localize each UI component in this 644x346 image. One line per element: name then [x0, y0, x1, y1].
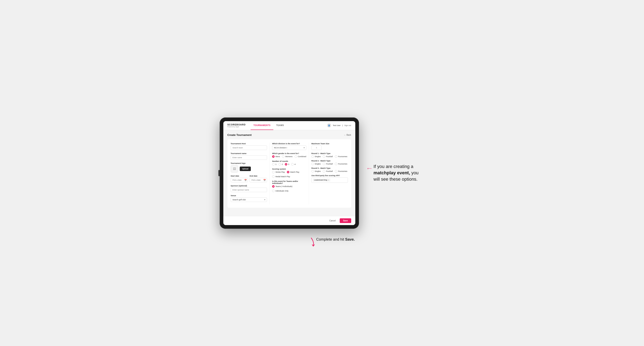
round1-match-type-section: Round 1 - Match Type Singles Fourball	[312, 153, 348, 158]
calendar-icon-start: 📅	[244, 179, 247, 181]
round3-foursomes[interactable]: Foursomes	[335, 170, 347, 173]
tab-tournaments[interactable]: TOURNAMENTS	[250, 121, 273, 130]
right-annotation-text: If you are creating a matchplay event, y…	[374, 164, 424, 182]
api-tag: Leaderboard King ×	[313, 179, 330, 181]
form-col-3: Maximum Team Size Round 1 - Match Type S…	[309, 143, 348, 204]
gender-combined-label: Combined	[298, 156, 306, 158]
radio-round1-singles-circle	[312, 155, 314, 158]
navbar: SCOREBOARD Powered by clippit TOURNAMENT…	[223, 121, 355, 130]
round3-match-type-group: Singles Fourball Foursomes	[312, 170, 348, 173]
gender-label: Which gender is the event for?	[272, 153, 306, 155]
rounds-group: Number of rounds 1 2	[272, 160, 306, 166]
separator: |	[342, 124, 342, 127]
round1-foursomes[interactable]: Foursomes	[335, 155, 347, 158]
bottom-annotation-bold: Save.	[345, 237, 355, 241]
radio-rounds-3-circle	[285, 163, 287, 166]
teams-plus-label: Teams (+Individuals)	[276, 185, 292, 187]
division-select-wrapper: NCAA Division I	[272, 146, 306, 150]
api-tag-remove[interactable]: ×	[328, 179, 329, 181]
rounds-4[interactable]: 4	[291, 163, 296, 166]
logo-text: SCOREBOARD	[228, 124, 246, 126]
gender-womens[interactable]: Womens	[282, 155, 292, 158]
avatar: 👤	[327, 123, 331, 128]
round1-match-type-group: Singles Fourball Foursomes	[312, 155, 348, 158]
form-col-2: Which division is the event for? NCAA Di…	[270, 143, 309, 204]
api-tag-value: Leaderboard King	[314, 179, 327, 181]
cancel-button[interactable]: Cancel	[327, 218, 338, 223]
nav-right: 👤 Test User | Sign out	[327, 123, 351, 128]
round3-singles[interactable]: Singles	[312, 170, 321, 173]
teams-radio-group: Teams (+Individuals) Individuals Only	[272, 185, 306, 192]
individuals-only-label: Individuals Only	[276, 190, 288, 192]
teams-group: Is this event for Teams and/or Individua…	[272, 180, 306, 192]
radio-match-play-circle	[287, 171, 289, 173]
radio-womens-circle	[282, 155, 284, 158]
round3-fourball[interactable]: Fourball	[323, 170, 333, 173]
radio-combined-circle	[295, 155, 297, 158]
rounds-4-label: 4	[294, 163, 296, 165]
logo-sub: Powered by clippit	[228, 126, 246, 128]
tournament-name-group: Tournament name	[231, 153, 267, 160]
start-date-label: Start date	[231, 175, 248, 177]
sign-out-link[interactable]: Sign out	[344, 124, 351, 127]
end-date-wrapper: 📅	[250, 178, 267, 182]
tournament-host-group: Tournament Host	[231, 143, 267, 150]
scoring-group: Scoring system Stroke Play Match Play	[272, 168, 306, 178]
round2-singles[interactable]: Singles	[312, 163, 321, 165]
round1-foursomes-label: Foursomes	[338, 156, 347, 158]
round2-foursomes-label: Foursomes	[338, 163, 347, 165]
max-team-size-input[interactable]	[312, 146, 322, 150]
radio-round2-foursomes-circle	[335, 163, 337, 165]
form-col-1: Tournament Host Tournament name Tourname…	[231, 143, 270, 204]
scoring-stroke-play[interactable]: Stroke Play	[272, 171, 285, 173]
tab-teams[interactable]: TEAMS	[273, 121, 287, 130]
app-logo: SCOREBOARD Powered by clippit	[228, 124, 246, 128]
round2-match-type-label: Round 2 - Match Type	[312, 160, 348, 162]
radio-round1-foursomes-circle	[335, 155, 337, 158]
scoring-match-play[interactable]: Match Play	[287, 171, 299, 173]
round2-match-type-section: Round 2 - Match Type Singles Fourball	[312, 160, 348, 165]
division-select[interactable]: NCAA Division I	[272, 146, 306, 150]
round2-foursomes[interactable]: Foursomes	[335, 163, 347, 165]
teams-plus-individuals[interactable]: Teams (+Individuals)	[272, 185, 292, 188]
round1-fourball[interactable]: Fourball	[323, 155, 333, 158]
upload-button[interactable]: Upload	[240, 167, 251, 171]
arrow-right-icon	[367, 164, 372, 174]
end-date-group: End date 📅	[250, 175, 267, 182]
radio-round3-singles-circle	[312, 170, 314, 173]
calendar-icon-end: 📅	[263, 179, 266, 181]
round3-singles-label: Singles	[315, 170, 321, 172]
tablet-screen: SCOREBOARD Powered by clippit TOURNAMENT…	[223, 121, 355, 225]
save-button[interactable]: Save	[340, 218, 351, 223]
individuals-only[interactable]: Individuals Only	[272, 190, 288, 192]
venue-label: Venue	[231, 194, 267, 197]
gender-group: Which gender is the event for? Mens Wome…	[272, 153, 306, 158]
bottom-annotation-text: Complete and hit Save.	[316, 237, 355, 242]
rounds-1[interactable]: 1	[272, 163, 276, 166]
annotation-matchplay-bold: matchplay event,	[374, 170, 410, 175]
page-content: Create Tournament ← Back Tournament Host	[223, 130, 355, 216]
rounds-2[interactable]: 2	[278, 163, 283, 166]
round1-singles[interactable]: Singles	[312, 155, 321, 158]
teams-label: Is this event for Teams and/or Individua…	[272, 180, 306, 184]
tournament-name-input[interactable]	[231, 155, 267, 160]
sponsor-input[interactable]	[231, 188, 267, 192]
gender-combined[interactable]: Combined	[295, 155, 306, 158]
rounds-2-label: 2	[282, 163, 283, 165]
sponsor-group: Sponsor (optional)	[231, 185, 267, 192]
logo-upload-area: 🖼 Upload	[231, 165, 267, 173]
round2-singles-label: Singles	[315, 163, 321, 165]
back-button[interactable]: ← Back	[344, 134, 351, 136]
rounds-3[interactable]: 3	[285, 163, 289, 166]
round2-fourball[interactable]: Fourball	[323, 163, 333, 165]
gender-mens[interactable]: Mens	[272, 155, 280, 158]
api-tag-input[interactable]: Leaderboard King ×	[312, 177, 348, 183]
scoring-medal-match-play[interactable]: Medal Match Play	[272, 175, 290, 178]
tournament-logo-label: Tournament logo	[231, 162, 267, 164]
tournament-host-input[interactable]	[231, 146, 267, 150]
venue-select[interactable]: Search golf club	[231, 197, 267, 202]
max-team-size-group: Maximum Team Size	[312, 143, 348, 150]
logo-placeholder: 🖼	[231, 165, 238, 173]
scoring-radio-group: Stroke Play Match Play Medal Match Play	[272, 171, 306, 178]
gender-radio-group: Mens Womens Combined	[272, 155, 306, 158]
